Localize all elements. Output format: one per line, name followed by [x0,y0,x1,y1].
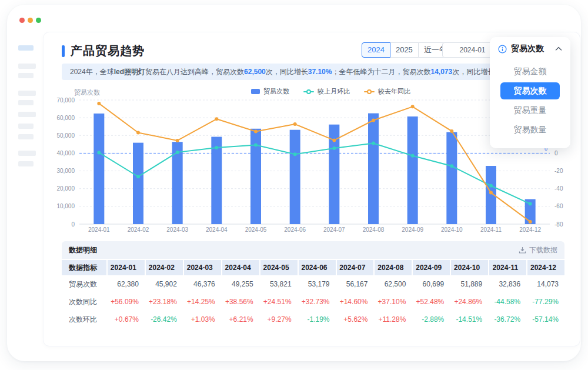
trend-chart-svg[interactable]: 0-8010,000-6020,000-4030,000-2040,000050… [50,96,564,234]
sidebar-skeleton-item[interactable] [18,64,36,69]
table-cell: +23.18% [146,298,183,306]
info-icon [498,45,507,54]
table-cell: +6.21% [222,315,259,324]
close-icon[interactable] [19,18,25,23]
bar-2024-06[interactable] [290,130,300,224]
metric-dropdown-panel: 贸易次数 贸易金额贸易次数贸易重量贸易数量 [490,37,570,148]
sidebar-skeleton-item[interactable] [18,91,36,96]
svg-text:2024-02: 2024-02 [128,226,149,233]
point-较上月环比-2024-03[interactable] [176,151,179,154]
point-较上月环比-2024-02[interactable] [136,175,140,178]
sidebar-skeleton-item[interactable] [18,100,34,105]
minimize-icon[interactable] [28,18,33,23]
bar-2024-09[interactable] [407,116,418,224]
table-header-cell: 2024-01 [108,260,145,275]
bar-2024-05[interactable] [250,129,261,224]
download-data-button[interactable]: 下载数据 [519,245,557,255]
sidebar-skeleton-item[interactable] [18,112,36,117]
table-cell: 46,376 [184,280,221,288]
svg-text:-60: -60 [554,203,563,209]
sidebar-skeleton-item[interactable] [18,124,34,129]
metric-options-list: 贸易金额贸易次数贸易重量贸易数量 [490,63,570,138]
legend-label: 较上月环比 [318,87,350,96]
legend-item-较去年同比[interactable]: 较去年同比 [364,87,410,96]
point-较去年同比-2024-02[interactable] [136,131,140,134]
table-row-次数环比: 次数环比+0.67%-26.42%+1.03%+6.21%+9.27%-1.19… [62,311,564,328]
point-较去年同比-2024-07[interactable] [332,138,336,142]
svg-text:70,000: 70,000 [56,97,75,104]
trend-chart[interactable]: 0-8010,000-6020,000-4030,000-2040,000050… [50,96,564,236]
point-较上月环比-2024-11[interactable] [489,184,493,188]
point-较上月环比-2024-09[interactable] [411,154,415,158]
table-cell: -36.72% [489,315,526,324]
banner-segment: 62,500 [244,68,266,76]
trend-chart-section: 贸易次数 贸易次数较上月环比较去年同比 0-8010,000-6020,000-… [50,87,564,239]
point-较去年同比-2024-01[interactable] [97,102,101,105]
metric-option-贸易次数[interactable]: 贸易次数 [500,82,560,99]
bar-2024-10[interactable] [446,132,457,224]
svg-text:2024-12: 2024-12 [519,226,541,233]
point-较去年同比-2024-05[interactable] [254,129,258,133]
table-header-cell: 2024-12 [527,260,564,275]
table-cell: 32,836 [489,280,526,288]
table-header-cell: 2024-09 [413,260,450,275]
table-cell: +32.73% [299,298,336,306]
point-较上月环比-2024-06[interactable] [293,152,297,156]
period-tab-2024[interactable]: 2024 [362,42,390,58]
table-header-cell: 2024-07 [337,260,374,275]
sidebar-skeleton-item-active[interactable] [18,45,34,51]
bar-2024-01[interactable] [93,114,104,224]
point-较去年同比-2024-10[interactable] [450,129,453,133]
table-cell: -1.19% [299,315,336,324]
point-较上月环比-2024-01[interactable] [97,151,101,154]
point-较去年同比-2024-03[interactable] [176,139,179,142]
point-较上月环比-2024-12[interactable] [529,202,532,206]
sidebar-skeleton-item[interactable] [18,73,34,78]
point-较去年同比-2024-06[interactable] [293,122,297,126]
banner-segment: 14,073 [430,68,452,76]
table-row-贸易次数: 贸易次数62,38045,90246,37649,25553,82153,179… [62,275,564,293]
point-较去年同比-2024-12[interactable] [529,220,532,224]
point-较去年同比-2024-09[interactable] [411,105,415,108]
svg-text:2024-01: 2024-01 [88,226,110,233]
bar-2024-04[interactable] [211,137,222,224]
metric-option-贸易金额[interactable]: 贸易金额 [500,63,560,80]
sidebar-skeleton-item[interactable] [18,134,34,139]
point-较去年同比-2024-11[interactable] [489,191,493,195]
point-较上月环比-2024-05[interactable] [254,143,258,146]
sidebar-skeleton-item[interactable] [18,151,36,156]
bar-2024-08[interactable] [368,114,379,224]
point-较去年同比-2024-04[interactable] [215,117,218,121]
table-cell: +52.48% [413,298,450,306]
legend-line-swatch [364,89,375,95]
point-较去年同比-2024-08[interactable] [372,119,375,122]
main-panel: 产品贸易趋势 20242025近一年 2024-01 → 2024-12 202… [44,32,580,346]
svg-text:2024-06: 2024-06 [284,226,306,233]
legend-item-较上月环比[interactable]: 较上月环比 [303,87,350,96]
legend-item-贸易次数[interactable]: 贸易次数 [251,87,289,96]
sidebar-skeleton-item[interactable] [18,161,34,166]
metric-dropdown-header[interactable]: 贸易次数 [490,37,570,61]
row-label: 次数环比 [62,315,106,325]
row-label: 贸易次数 [62,279,106,289]
table-cell: +37.10% [375,298,412,306]
point-较上月环比-2024-10[interactable] [450,164,453,168]
svg-text:2024-08: 2024-08 [363,226,385,233]
point-较上月环比-2024-08[interactable] [372,141,375,145]
metric-option-贸易数量[interactable]: 贸易数量 [500,121,560,138]
svg-text:2024-04: 2024-04 [206,226,228,233]
point-较上月环比-2024-07[interactable] [332,146,336,150]
bar-2024-02[interactable] [133,143,143,224]
point-较上月环比-2024-04[interactable] [215,146,218,149]
metric-option-贸易重量[interactable]: 贸易重量 [500,102,560,119]
table-row-次数同比: 次数同比+56.09%+23.18%+14.25%+38.56%+24.51%+… [62,293,564,311]
period-tab-2025[interactable]: 2025 [390,42,419,58]
title-accent-bar [62,45,65,57]
table-title: 数据明细 [69,245,97,255]
maximize-icon[interactable] [36,18,41,23]
table-cell: 62,380 [108,280,145,288]
table-header-indicator: 数据指标 [62,260,106,275]
legend-label: 较去年同比 [378,87,410,96]
table-cell: 60,699 [413,280,450,288]
table-header-cell: 2024-06 [299,260,336,275]
